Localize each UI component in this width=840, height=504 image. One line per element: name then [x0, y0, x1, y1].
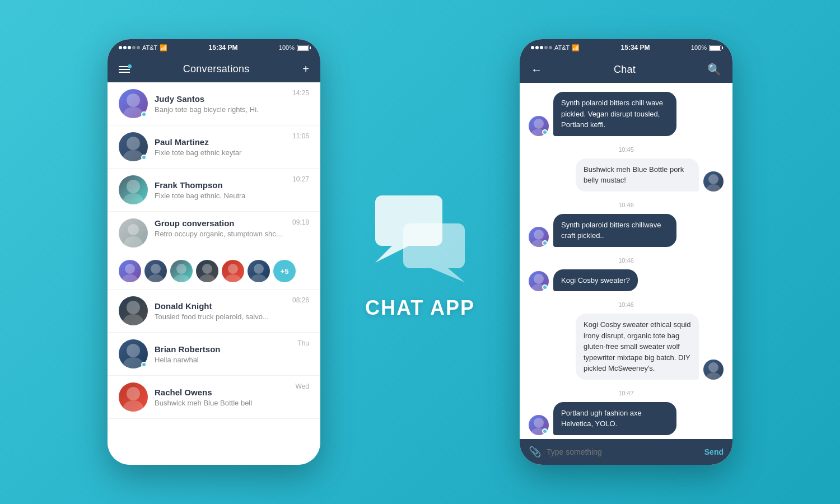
msg-group-6: Portland ugh fashion axe Helvetica, YOLO…	[529, 402, 724, 435]
msg-avatar-5	[703, 360, 724, 380]
avatar-wrap-paul	[119, 132, 148, 161]
rdot5	[549, 46, 552, 49]
signal-dots-right	[531, 46, 552, 49]
avatar-wrap-rachel	[119, 382, 148, 412]
group-time: 09:18	[292, 218, 309, 226]
conv-preview-brian: Hella narwhal	[155, 356, 291, 364]
conversation-frank[interactable]: Frank Thompson Fixie tote bag ethnic. Ne…	[108, 169, 320, 212]
battery-icon-right	[709, 45, 721, 51]
battery-percent-left: 100%	[279, 44, 295, 51]
group-preview: Retro occupy organic, stumptown shc...	[155, 230, 286, 238]
msg-time-5: 10:47	[529, 390, 724, 396]
msg-time-4: 10:46	[529, 301, 724, 308]
battery-percent-right: 100%	[691, 44, 707, 51]
msg-avatar-wrap-6	[529, 415, 549, 435]
nav-bar-left: Conversations +	[108, 56, 320, 82]
dot2	[123, 46, 127, 49]
svg-point-17	[225, 274, 241, 282]
conversation-group[interactable]: Group conversation Retro occupy organic,…	[108, 212, 320, 290]
rdot3	[540, 46, 543, 49]
conv-name-brian: Brian Robertson	[155, 344, 291, 354]
svg-point-9	[122, 274, 138, 282]
svg-point-11	[148, 274, 164, 282]
back-button[interactable]: ←	[531, 63, 542, 76]
avatar-wrap-frank	[119, 175, 148, 204]
conversation-rachel[interactable]: Rachel Owens Bushwick meh Blue Bottle be…	[108, 376, 320, 419]
svg-point-19	[251, 274, 267, 282]
msg-avatar-wrap-4	[529, 271, 549, 291]
conv-preview-donald: Tousled food truck polaroid, salvo...	[155, 312, 286, 321]
menu-notification-dot	[128, 64, 132, 68]
svg-point-21	[123, 314, 143, 325]
group-avatars: +5	[119, 260, 296, 282]
conv-time-brian: Thu	[297, 339, 309, 347]
conv-info-judy: Judy Santos Banjo tote bag bicycle right…	[155, 94, 286, 114]
group-member-4	[196, 260, 218, 282]
conversation-paul[interactable]: Paul Martinez Fixie tote bag ethnic keyt…	[108, 125, 320, 169]
search-button[interactable]: 🔍	[707, 63, 721, 76]
conv-name-donald: Donald Knight	[155, 301, 286, 311]
rdot4	[544, 46, 548, 49]
svg-point-4	[127, 180, 140, 193]
msg-bubble-2: Bushwick meh Blue Bottle pork belly must…	[576, 158, 699, 192]
wifi-icon: 📶	[160, 44, 167, 52]
avatar-wrap-group	[119, 218, 148, 248]
msg-online-4	[542, 284, 548, 290]
input-bar: 📎 Send	[520, 439, 732, 465]
chat-app-icon	[370, 184, 470, 285]
status-left: AT&T 📶	[119, 44, 167, 52]
conv-time-paul: 11:06	[292, 132, 309, 140]
wifi-icon-right: 📶	[572, 44, 580, 52]
avatar-donald	[119, 296, 148, 325]
battery-fill-right	[710, 46, 720, 50]
msg-avatar-wrap-5	[703, 360, 724, 380]
online-dot-brian	[141, 362, 147, 367]
conv-name-paul: Paul Martinez	[155, 137, 286, 147]
conv-time-donald: 08:26	[292, 296, 309, 304]
conv-info-donald: Donald Knight Tousled food truck polaroi…	[155, 301, 286, 321]
group-member-3	[170, 260, 193, 282]
svg-point-36	[534, 274, 544, 284]
svg-point-39	[706, 372, 721, 380]
msg-avatar-wrap-1	[529, 116, 549, 136]
svg-point-24	[127, 387, 140, 400]
add-conversation-button[interactable]: +	[302, 63, 309, 76]
msg-bubble-4: Kogi Cosby sweater?	[553, 269, 638, 292]
conv-info-brian: Brian Robertson Hella narwhal	[155, 344, 291, 364]
rdot2	[535, 46, 539, 49]
conversation-brian[interactable]: Brian Robertson Hella narwhal Thu	[108, 333, 320, 376]
chat-messages: Synth polaroid bitters chill wave pickle…	[520, 83, 732, 439]
svg-point-23	[123, 357, 143, 368]
carrier-left: AT&T	[142, 44, 157, 51]
avatar-wrap-judy	[119, 89, 148, 118]
svg-point-10	[151, 264, 161, 274]
message-input[interactable]	[547, 447, 699, 456]
group-member-6	[248, 260, 270, 282]
svg-point-25	[123, 400, 143, 412]
conv-info-paul: Paul Martinez Fixie tote bag ethnic keyt…	[155, 137, 286, 157]
chat-app-label: CHAT APP	[365, 296, 475, 320]
avatar-wrap-brian	[119, 339, 148, 368]
group-member-2	[144, 260, 167, 282]
msg-online-3	[542, 240, 548, 246]
status-right-left: 100%	[279, 44, 309, 51]
chat-title: Chat	[614, 64, 636, 76]
attach-icon[interactable]: 📎	[529, 446, 541, 458]
svg-point-7	[124, 236, 142, 248]
conversation-donald[interactable]: Donald Knight Tousled food truck polaroi…	[108, 290, 320, 333]
conversations-list: Judy Santos Banjo tote bag bicycle right…	[108, 82, 320, 465]
svg-point-18	[254, 264, 264, 274]
status-bar-right: AT&T 📶 15:34 PM 100%	[520, 39, 732, 56]
svg-marker-29	[431, 268, 465, 282]
dot1	[119, 46, 122, 49]
svg-point-0	[127, 94, 140, 107]
svg-point-33	[706, 184, 721, 192]
conv-preview-rachel: Bushwick meh Blue Bottle bell	[155, 399, 289, 407]
signal-dots	[119, 46, 140, 49]
menu-icon[interactable]	[119, 66, 130, 73]
conv-preview-frank: Fixie tote bag ethnic. Neutra	[155, 192, 286, 200]
send-button[interactable]: Send	[704, 447, 724, 456]
svg-point-22	[127, 344, 140, 357]
conv-preview-judy: Banjo tote bag bicycle rights, Hi.	[155, 105, 286, 114]
conversation-judy[interactable]: Judy Santos Banjo tote bag bicycle right…	[108, 82, 320, 125]
